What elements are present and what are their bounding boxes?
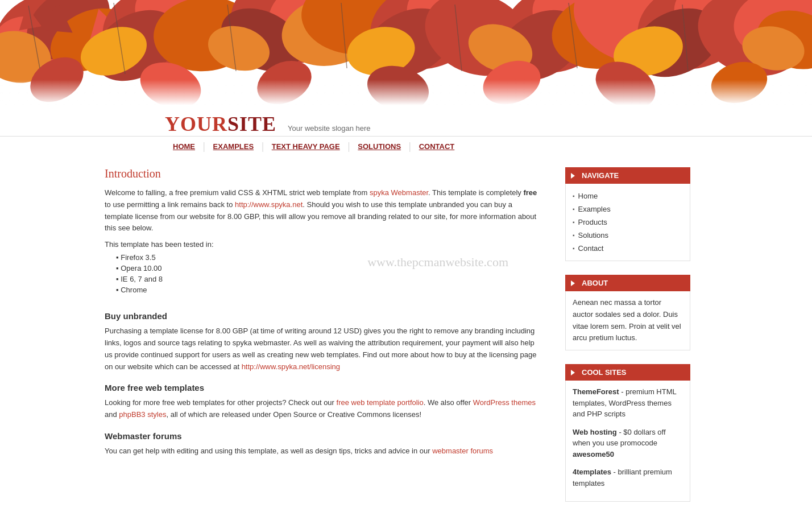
nav-item-solutions[interactable]: SOLUTIONS bbox=[350, 141, 409, 151]
cool-site-themeforest: ThemeForest - premium HTML templates, Wo… bbox=[573, 386, 683, 420]
browser-item-ie: IE 6, 7 and 8 bbox=[116, 275, 318, 283]
sidebar-nav-solutions-link[interactable]: Solutions bbox=[578, 231, 608, 239]
header-banner bbox=[0, 0, 812, 105]
sidebar-nav-home[interactable]: Home bbox=[573, 189, 683, 203]
sidebar-nav-home-link[interactable]: Home bbox=[578, 192, 598, 200]
sidebar-nav-solutions[interactable]: Solutions bbox=[573, 229, 683, 242]
webmaster-title: Webmaster forums bbox=[105, 431, 542, 441]
site-name: YOURSITE bbox=[165, 113, 282, 135]
widget-cool-sites: COOL SITES ThemeForest - premium HTML te… bbox=[565, 364, 690, 502]
tested-layout: This template has been tested in: Firefo… bbox=[105, 240, 542, 301]
site-name-site: SITE bbox=[227, 113, 276, 135]
main-wrapper: Introduction Welcome to falling, a free … bbox=[93, 156, 719, 508]
main-navigation: HOME | EXAMPLES | TEXT HEAVY PAGE | SOLU… bbox=[0, 136, 812, 156]
tested-label: This template has been tested in: bbox=[105, 240, 318, 249]
sidebar-nav-contact-link[interactable]: Contact bbox=[578, 244, 604, 253]
more-para-end: , all of which are released under Open S… bbox=[166, 410, 421, 419]
navigate-arrow-icon bbox=[571, 173, 575, 179]
cool-site-webhosting: Web hosting - $0 dollars off when you us… bbox=[573, 427, 683, 460]
browser-item-opera: Opera 10.00 bbox=[116, 264, 318, 272]
intro-para1-pre: Welcome to falling, a free premium valid… bbox=[105, 188, 370, 197]
site-name-your: YOUR bbox=[165, 113, 227, 135]
nav-link-solutions[interactable]: SOLUTIONS bbox=[350, 142, 409, 151]
intro-para1-mid: . This template is completely bbox=[428, 188, 523, 197]
more-templates-para: Looking for more free web templates for … bbox=[105, 397, 542, 421]
widget-navigate-body: Home Examples Products Solutions Contact bbox=[565, 184, 690, 261]
more-link1[interactable]: free web template portfolio bbox=[337, 398, 424, 407]
browser-item-chrome: Chrome bbox=[116, 286, 318, 294]
nav-link-examples[interactable]: EXAMPLES bbox=[205, 142, 262, 151]
widget-about: ABOUT Aenean nec massa a tortor auctor s… bbox=[565, 275, 690, 350]
more-link2[interactable]: WordPress themes bbox=[473, 398, 536, 407]
widget-cool-sites-header: COOL SITES bbox=[565, 364, 690, 381]
about-text: Aenean nec massa a tortor auctor sodales… bbox=[573, 297, 683, 344]
site-slogan: Your website slogan here bbox=[288, 124, 371, 133]
buy-link[interactable]: http://www.spyka.net/licensing bbox=[242, 362, 340, 371]
site-title-area: YOURSITE Your website slogan here bbox=[0, 105, 812, 136]
tested-right: www.thepcmanwebsite.com bbox=[329, 240, 542, 301]
main-content: Introduction Welcome to falling, a free … bbox=[93, 156, 560, 508]
more-link3[interactable]: phpBB3 styles bbox=[119, 410, 166, 419]
sidebar: NAVIGATE Home Examples Products Solution… bbox=[560, 156, 696, 508]
intro-link-spyka2[interactable]: http://www.spyka.net bbox=[235, 200, 303, 209]
cool-site-themeforest-link[interactable]: ThemeForest bbox=[573, 387, 619, 396]
nav-item-home[interactable]: HOME bbox=[165, 141, 203, 151]
sidebar-nav-list: Home Examples Products Solutions Contact bbox=[573, 189, 683, 255]
widget-navigate: NAVIGATE Home Examples Products Solution… bbox=[565, 167, 690, 261]
intro-para1-post: to use permitting a link remains back to bbox=[105, 200, 235, 209]
svg-rect-53 bbox=[0, 80, 812, 105]
widget-about-header: ABOUT bbox=[565, 275, 690, 291]
buy-title: Buy unbranded bbox=[105, 311, 542, 321]
widget-navigate-header: NAVIGATE bbox=[565, 167, 690, 184]
sidebar-nav-products-link[interactable]: Products bbox=[578, 218, 607, 226]
cool-site-webhosting-link[interactable]: Web hosting bbox=[573, 428, 617, 436]
sidebar-nav-examples[interactable]: Examples bbox=[573, 203, 683, 216]
nav-list: HOME | EXAMPLES | TEXT HEAVY PAGE | SOLU… bbox=[165, 141, 812, 151]
about-header-label: ABOUT bbox=[582, 279, 608, 287]
watermark-text: www.thepcmanwebsite.com bbox=[367, 255, 508, 270]
nav-item-text-heavy[interactable]: TEXT HEAVY PAGE bbox=[264, 141, 348, 151]
buy-para: Purchasing a template license for 8.00 G… bbox=[105, 325, 542, 373]
navigate-header-label: NAVIGATE bbox=[582, 171, 619, 180]
nav-link-home[interactable]: HOME bbox=[165, 142, 203, 151]
more-para-mid: . We also offer bbox=[424, 398, 473, 407]
cool-site-4templates: 4templates - brilliant premium templates bbox=[573, 466, 683, 489]
cool-sites-arrow-icon bbox=[571, 370, 575, 375]
nav-link-text-heavy[interactable]: TEXT HEAVY PAGE bbox=[264, 142, 348, 151]
more-templates-title: More free web templates bbox=[105, 383, 542, 393]
browser-list: Firefox 3.5 Opera 10.00 IE 6, 7 and 8 Ch… bbox=[116, 253, 318, 294]
sidebar-nav-products[interactable]: Products bbox=[573, 216, 683, 229]
more-para-mid2: and bbox=[105, 410, 119, 419]
nav-item-examples[interactable]: EXAMPLES bbox=[205, 141, 262, 151]
widget-about-body: Aenean nec massa a tortor auctor sodales… bbox=[565, 291, 690, 350]
intro-link-spyka[interactable]: spyka Webmaster bbox=[370, 188, 428, 197]
widget-cool-sites-body: ThemeForest - premium HTML templates, Wo… bbox=[565, 381, 690, 502]
cool-sites-list: ThemeForest - premium HTML templates, Wo… bbox=[573, 386, 683, 489]
sidebar-nav-examples-link[interactable]: Examples bbox=[578, 205, 611, 213]
cool-site-4templates-link[interactable]: 4templates bbox=[573, 468, 611, 476]
more-para-pre: Looking for more free web templates for … bbox=[105, 398, 337, 407]
cool-sites-header-label: COOL SITES bbox=[582, 368, 627, 377]
tested-left: This template has been tested in: Firefo… bbox=[105, 240, 318, 301]
intro-title: Introduction bbox=[105, 167, 542, 180]
cool-site-promo-code: awesome50 bbox=[573, 450, 614, 459]
nav-link-contact[interactable]: CONTACT bbox=[411, 142, 463, 151]
about-arrow-icon bbox=[571, 280, 575, 286]
intro-bold-free: free bbox=[523, 188, 537, 197]
intro-para-1: Welcome to falling, a free premium valid… bbox=[105, 187, 542, 234]
webmaster-link[interactable]: webmaster forums bbox=[432, 447, 493, 455]
browser-item-firefox: Firefox 3.5 bbox=[116, 253, 318, 262]
sidebar-nav-contact[interactable]: Contact bbox=[573, 242, 683, 255]
webmaster-para: You can get help with editing and using … bbox=[105, 445, 542, 457]
nav-item-contact[interactable]: CONTACT bbox=[411, 141, 463, 151]
webmaster-para-pre: You can get help with editing and using … bbox=[105, 447, 432, 455]
